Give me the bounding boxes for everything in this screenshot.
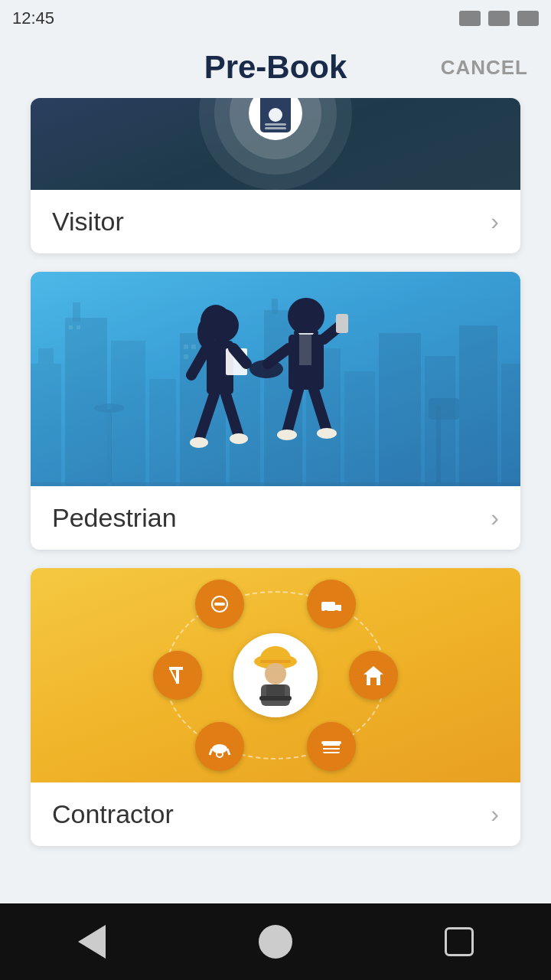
svg-rect-15 <box>501 364 520 486</box>
battery-icon <box>517 11 539 26</box>
svg-rect-43 <box>336 314 348 333</box>
svg-line-45 <box>287 390 298 433</box>
contractor-card[interactable]: Contractor › <box>31 568 520 846</box>
cancel-button[interactable]: CANCEL <box>441 56 528 80</box>
svg-rect-1 <box>38 348 54 364</box>
svg-point-48 <box>317 428 337 439</box>
status-bar: 12:45 <box>0 0 551 37</box>
svg-rect-14 <box>459 325 497 486</box>
orbit-item-4 <box>349 651 398 700</box>
orbit-item-6 <box>307 722 356 771</box>
svg-rect-22 <box>107 410 112 482</box>
orbit-item-3 <box>153 651 202 700</box>
svg-rect-17 <box>77 325 80 329</box>
svg-point-23 <box>94 403 125 413</box>
badge-lines <box>265 123 286 129</box>
status-bar-left: 12:45 <box>12 8 54 28</box>
svg-rect-2 <box>65 318 107 486</box>
svg-line-31 <box>191 348 207 375</box>
orbit-item-5 <box>195 722 244 771</box>
header: Pre-Book CANCEL <box>0 37 551 98</box>
svg-point-61 <box>324 610 328 615</box>
visitor-label-row: Visitor › <box>31 190 520 253</box>
recent-button[interactable] <box>436 919 482 965</box>
pedestrian-card[interactable]: Pedestrian › <box>31 272 520 550</box>
svg-rect-76 <box>321 741 341 744</box>
orbit-item-1 <box>195 580 244 629</box>
svg-rect-74 <box>323 746 340 748</box>
svg-rect-41 <box>299 335 311 365</box>
svg-point-49 <box>249 360 283 378</box>
visitor-chevron-icon: › <box>491 207 499 236</box>
pedestrian-chevron-icon: › <box>491 504 499 532</box>
orbit-item-2 <box>307 580 356 629</box>
nav-bar <box>0 903 551 980</box>
pedestrian-figures <box>122 295 429 486</box>
svg-line-46 <box>314 390 327 431</box>
pedestrian-label: Pedestrian <box>52 503 177 533</box>
svg-rect-60 <box>335 605 341 611</box>
svg-point-47 <box>277 430 297 440</box>
svg-marker-66 <box>364 666 383 675</box>
svg-rect-58 <box>214 603 225 606</box>
recent-icon <box>445 927 474 956</box>
back-button[interactable] <box>69 919 115 965</box>
home-icon <box>259 925 292 959</box>
badge-line-1 <box>265 123 286 126</box>
home-button[interactable] <box>253 919 298 965</box>
status-time: 12:45 <box>12 8 54 28</box>
svg-line-34 <box>226 394 239 436</box>
contractor-orbit <box>153 576 398 775</box>
svg-point-69 <box>212 744 227 753</box>
svg-point-62 <box>334 610 339 615</box>
signal-icon <box>459 11 481 26</box>
svg-rect-75 <box>323 750 340 752</box>
svg-line-33 <box>199 394 214 440</box>
pedestrian-scene <box>31 272 520 486</box>
page-title: Pre-Book <box>204 49 347 86</box>
svg-rect-3 <box>73 302 80 322</box>
badge-line-2 <box>265 127 286 129</box>
wifi-icon <box>488 11 510 26</box>
badge <box>260 98 291 132</box>
back-icon <box>78 925 106 959</box>
contractor-label: Contractor <box>52 799 174 829</box>
content-area: Visitor › <box>0 98 551 861</box>
svg-rect-64 <box>169 667 183 670</box>
contractor-chevron-icon: › <box>491 800 499 828</box>
svg-rect-16 <box>69 325 73 329</box>
pedestrian-card-image <box>31 272 520 486</box>
visitor-card-image <box>31 98 520 190</box>
svg-rect-59 <box>321 602 335 611</box>
svg-rect-68 <box>370 678 377 685</box>
visitor-card[interactable]: Visitor › <box>31 98 520 253</box>
svg-rect-52 <box>260 660 291 663</box>
badge-avatar <box>269 108 282 122</box>
svg-line-70 <box>210 749 212 755</box>
svg-point-36 <box>230 433 248 444</box>
pedestrian-label-row: Pedestrian › <box>31 486 520 550</box>
visitor-label: Visitor <box>52 207 124 237</box>
svg-point-35 <box>190 437 208 448</box>
svg-point-53 <box>265 663 286 684</box>
svg-rect-56 <box>259 696 292 701</box>
center-worker-icon <box>233 633 318 717</box>
status-bar-right <box>459 11 539 26</box>
contractor-scene <box>31 568 520 782</box>
visitor-illustration <box>31 98 520 190</box>
badge-rect <box>260 98 291 132</box>
svg-rect-25 <box>429 398 459 420</box>
visitor-circles <box>199 98 352 190</box>
svg-rect-0 <box>31 364 61 486</box>
contractor-card-image <box>31 568 520 782</box>
contractor-label-row: Contractor › <box>31 782 520 846</box>
svg-line-71 <box>227 749 230 755</box>
